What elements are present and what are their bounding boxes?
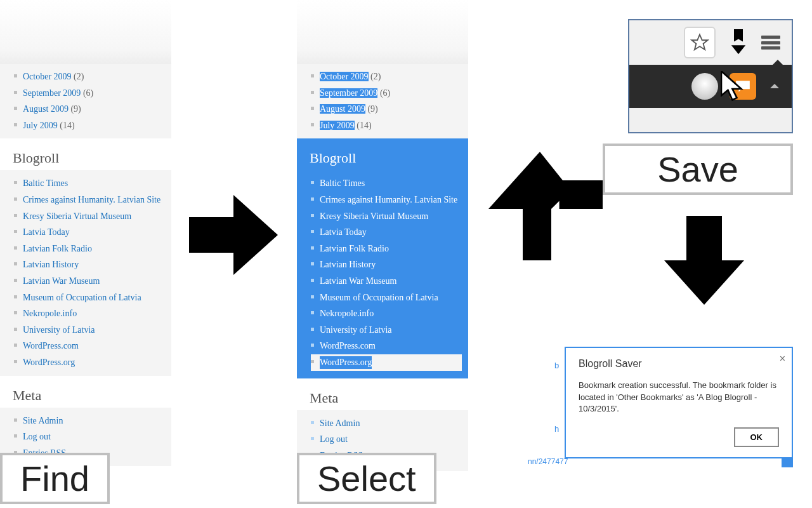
archive-link[interactable]: July 2009 — [320, 121, 355, 130]
blogroll-link[interactable]: Latvian Folk Radio — [23, 244, 92, 253]
archive-link[interactable]: August 2009 — [23, 104, 69, 114]
blogroll-link[interactable]: Latvian War Museum — [23, 276, 100, 286]
list-item[interactable]: Latvia Today — [14, 224, 165, 241]
list-item[interactable]: Kresy Siberia Virtual Museum — [14, 208, 165, 225]
meta-title: Meta — [0, 376, 171, 408]
list-item[interactable]: Museum of Occupation of Latvia — [14, 290, 165, 306]
blogroll-link[interactable]: Museum of Occupation of Latvia — [320, 293, 438, 302]
list-item[interactable]: Nekropole.info — [14, 305, 165, 322]
arrow-down-icon — [660, 216, 749, 305]
list-item[interactable]: WordPress.org — [311, 354, 462, 371]
list-item[interactable]: Museum of Occupation of Latvia — [311, 290, 462, 306]
toolbar-top-row — [629, 20, 792, 65]
archive-item[interactable]: July 2009 (14) — [311, 117, 462, 134]
archive-link[interactable]: August 2009 — [320, 104, 365, 114]
svg-marker-5 — [721, 71, 742, 100]
list-item[interactable]: University of Latvia — [311, 322, 462, 338]
archive-item[interactable]: September 2009 (6) — [311, 85, 462, 102]
list-item[interactable]: University of Latvia — [14, 322, 165, 338]
meta-link[interactable]: Site Admin — [320, 418, 360, 428]
blogroll-link[interactable]: University of Latvia — [23, 325, 95, 335]
blogroll-link[interactable]: Nekropole.info — [320, 309, 374, 318]
archive-item[interactable]: October 2009 (2) — [14, 69, 165, 85]
step-save-label: Save — [603, 144, 793, 195]
blogroll-link[interactable]: WordPress.org — [320, 356, 372, 369]
archive-link[interactable]: September 2009 — [23, 88, 81, 98]
blogroll-link[interactable]: Latvian Folk Radio — [320, 244, 389, 253]
list-item[interactable]: Nekropole.info — [311, 305, 462, 322]
close-icon[interactable]: × — [780, 353, 785, 364]
blogroll-list-selected[interactable]: Baltic Times Crimes against Humanity. La… — [297, 170, 468, 378]
blogroll-title: Blogroll — [0, 138, 171, 170]
list-item[interactable]: Crimes against Humanity. Latvian Site — [14, 192, 165, 208]
list-item[interactable]: WordPress.com — [311, 338, 462, 354]
archive-item[interactable]: August 2009 (9) — [311, 101, 462, 117]
blogroll-link[interactable]: Museum of Occupation of Latvia — [23, 293, 141, 302]
list-item[interactable]: Latvian Folk Radio — [311, 241, 462, 257]
list-item[interactable]: Latvian War Museum — [311, 273, 462, 290]
sidebar-select: October 2009 (2) September 2009 (6) Augu… — [297, 0, 468, 444]
blogroll-link[interactable]: WordPress.com — [23, 341, 79, 351]
blogroll-link[interactable]: Latvian History — [320, 260, 376, 269]
archive-link[interactable]: September 2009 — [320, 88, 377, 98]
archive-link[interactable]: October 2009 — [320, 72, 369, 81]
list-item[interactable]: Crimes against Humanity. Latvian Site — [311, 192, 462, 208]
blogroll-link[interactable]: Nekropole.info — [23, 309, 77, 318]
blogroll-link[interactable]: Crimes against Humanity. Latvian Site — [320, 195, 457, 204]
hamburger-menu-icon[interactable] — [761, 36, 780, 50]
decor-text: b — [554, 361, 559, 370]
sidebar-find: October 2009 (2) September 2009 (6) Augu… — [0, 0, 171, 444]
list-item[interactable]: Baltic Times — [14, 175, 165, 192]
list-item[interactable]: Latvian History — [311, 257, 462, 273]
archive-link[interactable]: July 2009 — [23, 121, 58, 130]
panel-header-gradient — [0, 0, 171, 64]
cursor-icon — [721, 71, 749, 107]
list-item[interactable]: Log out — [311, 431, 462, 448]
meta-link[interactable]: Site Admin — [23, 416, 63, 425]
blogroll-link[interactable]: Latvian War Museum — [320, 276, 396, 286]
list-item[interactable]: Log out — [14, 429, 165, 445]
ok-button[interactable]: OK — [734, 427, 780, 447]
blogroll-link[interactable]: Kresy Siberia Virtual Museum — [23, 211, 131, 221]
list-item[interactable]: Site Admin — [311, 415, 462, 432]
blogroll-link[interactable]: Crimes against Humanity. Latvian Site — [23, 195, 160, 204]
chevron-up-icon — [773, 60, 783, 65]
list-item[interactable]: Latvian War Museum — [14, 273, 165, 290]
chevron-up-icon[interactable] — [770, 84, 779, 88]
archive-link[interactable]: October 2009 — [23, 72, 72, 81]
step-select-label: Select — [297, 453, 436, 504]
archive-list: October 2009 (2) September 2009 (6) Augu… — [297, 64, 468, 138]
meta-link[interactable]: Log out — [23, 432, 51, 441]
avatar[interactable] — [691, 73, 718, 100]
blogroll-link[interactable]: University of Latvia — [320, 325, 392, 335]
archive-item[interactable]: August 2009 (9) — [14, 101, 165, 117]
blogroll-link[interactable]: Baltic Times — [23, 178, 68, 188]
list-item[interactable]: WordPress.org — [14, 354, 165, 371]
blogroll-link[interactable]: Kresy Siberia Virtual Museum — [320, 211, 428, 221]
list-item[interactable]: Latvia Today — [311, 224, 462, 241]
list-item[interactable]: WordPress.com — [14, 338, 165, 354]
blogroll-link[interactable]: WordPress.com — [320, 341, 376, 351]
list-item[interactable]: Baltic Times — [311, 175, 462, 192]
svg-marker-3 — [692, 35, 708, 50]
dialog-body: Bookmark creation successful. The bookma… — [579, 380, 779, 415]
blogroll-link[interactable]: WordPress.org — [23, 358, 75, 367]
blogroll-link[interactable]: Latvia Today — [320, 227, 367, 237]
list-item[interactable]: Latvian History — [14, 257, 165, 273]
bookmark-download-icon[interactable] — [727, 29, 750, 56]
blogroll-link[interactable]: Baltic Times — [320, 178, 365, 188]
svg-marker-0 — [189, 195, 278, 275]
blogroll-link[interactable]: Latvian History — [23, 260, 79, 269]
archive-count: (6) — [83, 88, 93, 98]
resize-handle-icon[interactable] — [782, 457, 793, 467]
list-item[interactable]: Latvian Folk Radio — [14, 241, 165, 257]
meta-link[interactable]: Log out — [320, 434, 348, 444]
archive-item[interactable]: October 2009 (2) — [311, 69, 462, 85]
list-item[interactable]: Kresy Siberia Virtual Museum — [311, 208, 462, 225]
archive-item[interactable]: September 2009 (6) — [14, 85, 165, 102]
star-icon[interactable] — [684, 27, 716, 58]
list-item[interactable]: Site Admin — [14, 413, 165, 429]
blogroll-link[interactable]: Latvia Today — [23, 227, 70, 237]
toolbar-bottom-row — [629, 65, 792, 108]
archive-item[interactable]: July 2009 (14) — [14, 117, 165, 134]
